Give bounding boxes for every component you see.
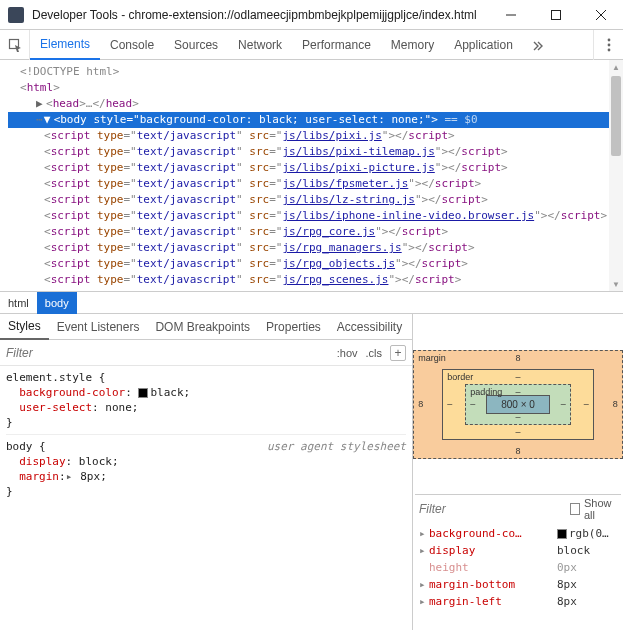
styles-tab-properties[interactable]: Properties: [258, 314, 329, 340]
dom-node-selected[interactable]: ⋯▼<body style="background-color: black; …: [8, 112, 609, 128]
scroll-down-icon[interactable]: ▼: [609, 277, 623, 291]
computed-list[interactable]: ▸background-co…rgb(0…▸displayblockheight…: [413, 523, 623, 612]
svg-point-5: [607, 38, 610, 41]
window-title: Developer Tools - chrome-extension://odl…: [32, 8, 488, 22]
cls-toggle[interactable]: .cls: [362, 347, 387, 359]
close-button[interactable]: [578, 0, 623, 29]
menu-kebab-icon[interactable]: [593, 30, 623, 60]
disclose-icon[interactable]: ▸: [419, 542, 429, 559]
scroll-thumb[interactable]: [611, 76, 621, 156]
tab-console[interactable]: Console: [100, 30, 164, 60]
scroll-up-icon[interactable]: ▲: [609, 60, 623, 74]
styles-body[interactable]: element.style { background-color: black;…: [0, 366, 412, 630]
vertical-scrollbar[interactable]: ▲ ▼: [609, 60, 623, 291]
svg-point-7: [607, 48, 610, 51]
main-tabs: Elements Console Sources Network Perform…: [30, 30, 523, 60]
dom-node[interactable]: <script type="text/javascript" src="js/l…: [8, 144, 609, 160]
breadcrumb-item[interactable]: body: [37, 292, 77, 314]
styles-filter-input[interactable]: [6, 346, 333, 360]
tab-performance[interactable]: Performance: [292, 30, 381, 60]
disclose-icon[interactable]: ▸: [419, 525, 429, 542]
devtools-app-icon: [8, 7, 24, 23]
ua-stylesheet-label: user agent stylesheet: [267, 439, 406, 454]
dom-node[interactable]: <script type="text/javascript" src="js/l…: [8, 128, 609, 144]
tab-network[interactable]: Network: [228, 30, 292, 60]
breadcrumb-item[interactable]: html: [0, 292, 37, 314]
disclose-icon[interactable]: ▸: [419, 593, 429, 610]
tab-application[interactable]: Application: [444, 30, 523, 60]
tab-elements[interactable]: Elements: [30, 30, 100, 60]
dom-node[interactable]: <script type="text/javascript" src="js/l…: [8, 176, 609, 192]
dom-node[interactable]: <script type="text/javascript" src="js/r…: [8, 272, 609, 288]
tab-memory[interactable]: Memory: [381, 30, 444, 60]
hov-toggle[interactable]: :hov: [333, 347, 362, 359]
main-toolbar: Elements Console Sources Network Perform…: [0, 30, 623, 60]
box-model-padding-label: padding: [470, 387, 502, 397]
disclose-icon[interactable]: ▸: [66, 469, 74, 484]
dom-node[interactable]: <script type="text/javascript" src="js/r…: [8, 224, 609, 240]
styles-tabs: Styles Event Listeners DOM Breakpoints P…: [0, 314, 412, 340]
inspect-element-icon[interactable]: [0, 30, 30, 60]
computed-filter-row: Show all: [413, 495, 623, 523]
computed-row[interactable]: ▸margin-left8px: [419, 593, 617, 610]
color-swatch-icon[interactable]: [557, 529, 567, 539]
svg-rect-1: [551, 10, 560, 19]
dom-node[interactable]: <!DOCTYPE html>: [8, 64, 609, 80]
styles-tab-eventlisteners[interactable]: Event Listeners: [49, 314, 148, 340]
box-model-border-label: border: [447, 372, 473, 382]
styles-filter-row: :hov .cls +: [0, 340, 412, 366]
showall-label[interactable]: Show all: [584, 497, 617, 521]
dom-node[interactable]: <script type="text/javascript" src="js/l…: [8, 192, 609, 208]
dom-node[interactable]: ▶<head>…</head>: [8, 96, 609, 112]
computed-row[interactable]: height0px: [419, 559, 617, 576]
computed-filter-input[interactable]: [419, 502, 570, 516]
computed-panel: margin 8 8 8 8 border – – – – padding – …: [413, 314, 623, 630]
box-model-margin-label: margin: [418, 353, 446, 363]
styles-tab-dombreakpoints[interactable]: DOM Breakpoints: [147, 314, 258, 340]
breadcrumb: html body: [0, 292, 623, 314]
more-tabs-icon[interactable]: [523, 39, 553, 51]
showall-checkbox[interactable]: [570, 503, 580, 515]
color-swatch-icon[interactable]: [138, 388, 148, 398]
styles-panel: Styles Event Listeners DOM Breakpoints P…: [0, 314, 413, 630]
computed-row[interactable]: ▸background-co…rgb(0…: [419, 525, 617, 542]
new-style-rule-button[interactable]: +: [390, 345, 406, 361]
computed-row[interactable]: ▸margin-bottom8px: [419, 576, 617, 593]
dom-node[interactable]: <script type="text/javascript" src="js/r…: [8, 240, 609, 256]
elements-pane: <!DOCTYPE html> <html> ▶<head>…</head> ⋯…: [0, 60, 623, 292]
titlebar: Developer Tools - chrome-extension://odl…: [0, 0, 623, 30]
box-model[interactable]: margin 8 8 8 8 border – – – – padding – …: [413, 314, 623, 494]
dom-node[interactable]: <html>: [8, 80, 609, 96]
maximize-button[interactable]: [533, 0, 578, 29]
side-panels: Styles Event Listeners DOM Breakpoints P…: [0, 314, 623, 630]
dom-node[interactable]: <script type="text/javascript" src="js/l…: [8, 208, 609, 224]
dom-node[interactable]: <script type="text/javascript" src="js/l…: [8, 160, 609, 176]
disclose-icon[interactable]: ▸: [419, 576, 429, 593]
svg-point-6: [607, 43, 610, 46]
computed-row[interactable]: ▸displayblock: [419, 542, 617, 559]
dom-node[interactable]: <script type="text/javascript" src="js/r…: [8, 288, 609, 291]
minimize-button[interactable]: [488, 0, 533, 29]
dom-tree[interactable]: <!DOCTYPE html> <html> ▶<head>…</head> ⋯…: [0, 60, 609, 291]
styles-tab-styles[interactable]: Styles: [0, 314, 49, 340]
tab-sources[interactable]: Sources: [164, 30, 228, 60]
dom-node[interactable]: <script type="text/javascript" src="js/r…: [8, 256, 609, 272]
styles-tab-accessibility[interactable]: Accessibility: [329, 314, 410, 340]
disclose-icon[interactable]: [419, 559, 429, 576]
